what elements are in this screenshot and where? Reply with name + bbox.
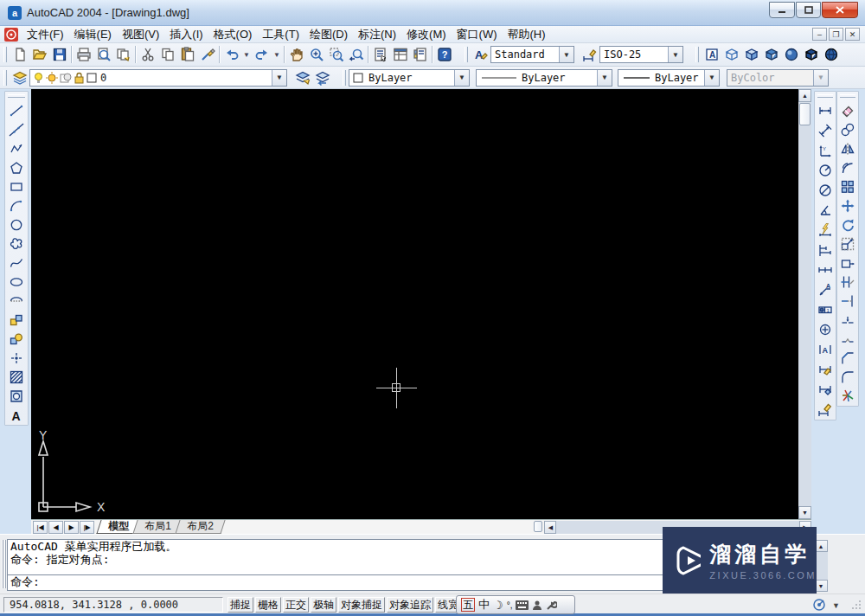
linear-dimension-button[interactable] <box>816 101 835 119</box>
copy-clip-button[interactable] <box>157 45 177 64</box>
match-properties-button[interactable] <box>197 45 217 64</box>
stretch-button[interactable] <box>838 253 857 272</box>
shade-gouraud-edges-button[interactable] <box>821 45 841 64</box>
tab-布局2[interactable]: 布局2 <box>175 520 225 534</box>
mdi-close-button[interactable]: ✕ <box>845 28 860 41</box>
resize-grip[interactable] <box>851 600 862 611</box>
dropdown-arrow-icon[interactable]: ▼ <box>454 70 469 86</box>
plot-button[interactable] <box>74 45 93 64</box>
break-button[interactable] <box>838 330 857 348</box>
command-splitter2[interactable] <box>4 540 6 588</box>
status-toggle-3[interactable]: 正交 <box>283 597 309 613</box>
dim-style-combo[interactable]: ISO-25▼ <box>599 46 683 63</box>
designcenter-button[interactable] <box>390 45 410 64</box>
dimension-edit-button[interactable] <box>816 360 835 378</box>
paste-button[interactable] <box>177 45 197 64</box>
fillet-button[interactable] <box>838 368 857 386</box>
dimension-text-edit-button[interactable]: A <box>816 340 835 358</box>
polygon-button[interactable] <box>7 158 26 176</box>
continue-dimension-button[interactable] <box>816 260 835 279</box>
tab-scroll-splitter[interactable] <box>534 521 542 532</box>
properties-button[interactable] <box>370 45 390 64</box>
dropdown-arrow-icon[interactable]: ▼ <box>272 70 286 86</box>
layers-btn-button[interactable] <box>10 68 29 87</box>
toolbar-grip[interactable] <box>695 47 699 62</box>
toolbar-grip[interactable] <box>817 94 833 98</box>
move-button[interactable] <box>838 196 857 215</box>
menu-1[interactable]: 文件(F) <box>23 26 67 43</box>
redo-drop-button[interactable]: ▼ <box>272 45 282 64</box>
menu-8[interactable]: 标注(N) <box>355 26 400 43</box>
save-button[interactable] <box>49 45 69 64</box>
tab-next-button[interactable]: ▶ <box>64 521 79 534</box>
erase-button[interactable] <box>838 101 857 119</box>
status-toggle-1[interactable]: 捕捉 <box>227 597 253 613</box>
status-toggle-6[interactable]: 对象追踪 <box>387 597 433 613</box>
dropdown-arrow-icon[interactable]: ▼ <box>559 47 573 62</box>
toolbar-grip[interactable] <box>840 94 855 98</box>
ime-settings-wrench-icon[interactable] <box>546 597 557 613</box>
publish-button[interactable] <box>113 45 133 64</box>
minimize-button[interactable] <box>769 2 795 18</box>
layer-previous-button[interactable] <box>312 68 332 87</box>
mdi-restore-button[interactable]: ❐ <box>829 28 843 41</box>
menu-5[interactable]: 格式(O) <box>210 26 256 43</box>
tolerance-button[interactable]: 1 <box>816 300 835 318</box>
ellipse-arc-button[interactable] <box>7 292 26 310</box>
scale-button[interactable] <box>838 234 857 253</box>
scroll-up-button[interactable]: ▲ <box>798 89 811 102</box>
undo-drop-button[interactable]: ▼ <box>241 45 252 64</box>
ime-punctuation-icon[interactable]: °, <box>507 597 513 613</box>
menu-4[interactable]: 插入(I) <box>166 26 206 43</box>
menu-3[interactable]: 视图(V) <box>119 26 163 43</box>
dropdown-arrow-icon[interactable]: ▼ <box>597 70 612 86</box>
aligned-dimension-button[interactable] <box>816 121 835 139</box>
insert-block-button[interactable] <box>7 311 26 329</box>
explode-button[interactable] <box>838 387 857 405</box>
menu-2[interactable]: 编辑(E) <box>71 26 115 43</box>
quick-leader-button[interactable]: A <box>816 280 835 298</box>
layer-combo[interactable]: 0▼ <box>29 69 287 87</box>
toolbar-grip[interactable] <box>465 47 468 62</box>
chamfer-button[interactable] <box>838 349 857 367</box>
status-toggle-2[interactable]: 栅格 <box>255 597 281 613</box>
region-button[interactable] <box>7 387 26 405</box>
help-button[interactable]: ? <box>434 45 454 64</box>
dimension-update-button[interactable] <box>816 380 835 398</box>
trim-button[interactable] <box>838 273 857 291</box>
revision-cloud-button[interactable] <box>7 234 26 253</box>
ime-toolbar[interactable]: 五 中 ☽ °, <box>456 595 575 614</box>
undo-button[interactable] <box>221 45 241 64</box>
offset-button[interactable] <box>838 158 857 176</box>
tab-prev-button[interactable]: ◀ <box>48 521 63 534</box>
tab-first-button[interactable]: |◀ <box>33 521 48 534</box>
line-button[interactable] <box>7 101 26 119</box>
communication-center-icon[interactable] <box>811 597 827 613</box>
layer-on-bulb-icon[interactable] <box>33 72 44 84</box>
zoom-realtime-button[interactable] <box>306 45 326 64</box>
pan-button[interactable] <box>286 45 306 64</box>
lineweight-combo[interactable]: ByLayer▼ <box>618 69 720 87</box>
vertical-scroll-thumb[interactable] <box>799 103 811 125</box>
status-toggle-4[interactable]: 极轴 <box>311 597 336 613</box>
new-button[interactable] <box>10 45 29 64</box>
menu-11[interactable]: 帮助(H) <box>504 26 549 43</box>
array-button[interactable] <box>838 177 857 196</box>
quick-dimension-button[interactable] <box>816 221 835 239</box>
linetype-combo[interactable]: ByLayer▼ <box>476 69 612 87</box>
toolbar-grip[interactable] <box>8 94 25 98</box>
polyline-button[interactable] <box>7 139 26 157</box>
tool-palettes-button[interactable] <box>410 45 430 64</box>
toolbar-grip[interactable] <box>3 70 7 86</box>
shade-flat-edges-button[interactable] <box>801 45 821 64</box>
break-at-point-button[interactable] <box>838 311 857 329</box>
status-menu-arrow[interactable]: ▼ <box>832 601 840 610</box>
cut-button[interactable] <box>138 45 157 64</box>
toolbar-grip[interactable] <box>343 70 346 86</box>
center-mark-button[interactable] <box>816 320 835 338</box>
toolbar-grip[interactable] <box>3 47 7 62</box>
color-combo[interactable]: ByLayer▼ <box>349 69 470 87</box>
circle-button[interactable] <box>7 215 26 234</box>
menu-10[interactable]: 窗口(W) <box>453 26 501 43</box>
status-toggle-5[interactable]: 对象捕捉 <box>338 597 385 613</box>
